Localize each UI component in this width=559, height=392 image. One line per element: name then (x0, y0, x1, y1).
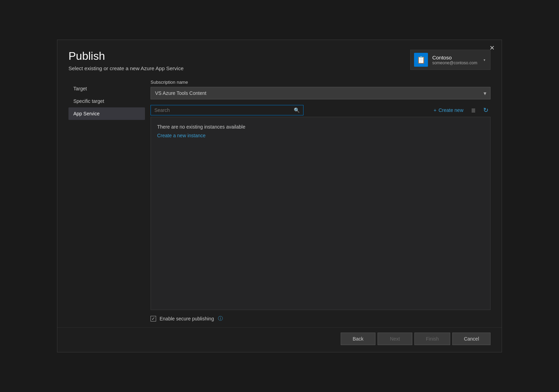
instances-panel: There are no existing instances availabl… (151, 117, 491, 310)
create-new-label: Create new (438, 107, 463, 113)
dialog-footer: Back Next Finish Cancel (57, 327, 502, 352)
account-email: someone@contoso.com (432, 60, 477, 65)
refresh-button[interactable]: ↻ (481, 105, 491, 115)
title-section: Publish Select existing or create a new … (68, 50, 184, 71)
sidebar-item-app-service[interactable]: App Service (68, 107, 145, 120)
account-info: Contoso someone@contoso.com (432, 55, 477, 65)
cancel-button[interactable]: Cancel (452, 333, 491, 345)
info-icon[interactable]: ⓘ (218, 316, 223, 322)
sidebar: Target Specific target App Service (68, 80, 145, 325)
toolbar-actions: + Create new ≣ ↻ (431, 105, 491, 115)
next-button[interactable]: Next (378, 333, 412, 345)
account-icon: 📋 (417, 56, 426, 64)
account-badge[interactable]: 📋 Contoso someone@contoso.com ▾ (410, 50, 491, 70)
no-instances-text: There are no existing instances availabl… (157, 124, 484, 130)
back-button[interactable]: Back (341, 333, 375, 345)
account-name: Contoso (432, 55, 477, 60)
main-panel: Subscription name VS Azure Tools Content… (145, 80, 491, 325)
filter-icon: ≣ (471, 107, 476, 113)
subscription-label: Subscription name (151, 80, 491, 85)
sidebar-item-target[interactable]: Target (68, 82, 145, 95)
dialog-content: Target Specific target App Service Subsc… (57, 71, 502, 325)
search-box: 🔍 (151, 105, 303, 115)
publish-dialog: ✕ Publish Select existing or create a ne… (57, 40, 502, 352)
account-avatar: 📋 (414, 53, 428, 67)
secure-publishing-label: Enable secure publishing (160, 316, 214, 321)
close-button[interactable]: ✕ (487, 43, 497, 52)
subscription-dropdown[interactable]: VS Azure Tools Content (151, 87, 491, 99)
search-icon: 🔍 (294, 107, 300, 113)
dialog-subtitle: Select existing or create a new Azure Ap… (68, 65, 184, 71)
title-bar: Publish Select existing or create a new … (57, 40, 502, 71)
search-toolbar: 🔍 + Create new ≣ ↻ (151, 105, 491, 115)
create-new-button[interactable]: + Create new (431, 106, 465, 114)
account-chevron-icon: ▾ (484, 58, 485, 62)
filter-button[interactable]: ≣ (469, 106, 478, 115)
create-instance-link[interactable]: Create a new instance (157, 133, 205, 138)
secure-publishing-checkbox[interactable] (151, 316, 156, 321)
refresh-icon: ↻ (483, 107, 488, 114)
sidebar-item-specific-target[interactable]: Specific target (68, 95, 145, 107)
search-input[interactable] (154, 107, 291, 113)
create-new-plus-icon: + (434, 107, 436, 113)
dialog-title: Publish (68, 50, 184, 63)
secure-publishing-row: Enable secure publishing ⓘ (151, 310, 491, 325)
subscription-row: VS Azure Tools Content (151, 87, 491, 99)
finish-button[interactable]: Finish (414, 333, 450, 345)
